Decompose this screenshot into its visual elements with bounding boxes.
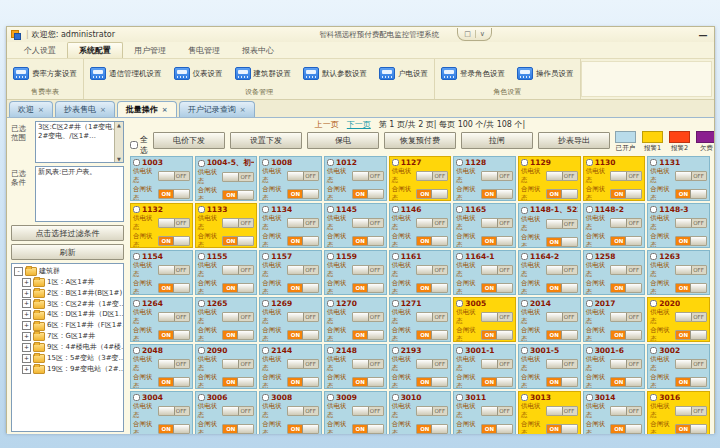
ribbon-button[interactable]: 户电设置 xyxy=(377,66,430,81)
meter-card[interactable]: 1269 冯国争 531.72元 供电状态 OFF 合闸状态 ON xyxy=(259,297,322,342)
card-checkbox[interactable] xyxy=(650,159,657,166)
supply-toggle[interactable]: OFF xyxy=(158,406,190,416)
meter-card[interactable]: 1145 李瑾先. 1542.00.. 供电状态 OFF 合闸状态 ON xyxy=(324,203,387,248)
tree-item[interactable]: + 7区：G区1#井 xyxy=(14,331,122,342)
card-checkbox[interactable] xyxy=(262,206,269,213)
card-checkbox[interactable] xyxy=(521,300,528,307)
supply-toggle[interactable]: OFF xyxy=(287,312,319,322)
expand-node-icon[interactable]: + xyxy=(22,343,31,352)
close-toggle[interactable]: ON xyxy=(610,189,642,199)
expand-node-icon[interactable]: + xyxy=(22,278,31,287)
expand-node-icon[interactable]: + xyxy=(22,310,31,319)
meter-card[interactable]: 2048 郑少霖 108.68元 供电状态 OFF 合闸状态 ON xyxy=(130,344,193,389)
supply-toggle[interactable]: OFF xyxy=(222,265,254,275)
supply-toggle[interactable]: OFF xyxy=(610,406,642,416)
card-checkbox[interactable] xyxy=(650,347,657,354)
supply-toggle[interactable]: OFF xyxy=(352,218,384,228)
meter-card[interactable]: 3016 谢娜 339.25元 供电状态 OFF 合闸状态 ON xyxy=(647,391,710,434)
toolbar-button[interactable]: 抄表导出 xyxy=(538,132,610,149)
close-tab-icon[interactable]: × xyxy=(240,106,246,114)
close-toggle[interactable]: ON xyxy=(546,237,578,247)
card-checkbox[interactable] xyxy=(521,347,528,354)
expand-node-icon[interactable]: + xyxy=(22,321,31,330)
close-toggle[interactable]: ON xyxy=(481,424,513,434)
close-toggle[interactable]: ON xyxy=(481,330,513,340)
card-checkbox[interactable] xyxy=(262,347,269,354)
next-page-link[interactable]: 下一页 xyxy=(347,119,371,130)
close-toggle[interactable]: ON xyxy=(158,283,190,293)
minimize-button[interactable]: — xyxy=(696,30,710,40)
meter-card[interactable]: 3006 王智鑫 125.83元 供电状态 OFF 合闸状态 ON xyxy=(195,391,258,434)
card-checkbox[interactable] xyxy=(327,206,334,213)
meter-card[interactable]: 1264 刘MA佳. 57.30元 供电状态 OFF 合闸状态 ON xyxy=(130,297,193,342)
supply-toggle[interactable]: OFF xyxy=(481,265,513,275)
collapse-ribbon-icon[interactable]: ∨ xyxy=(480,30,485,38)
close-toggle[interactable]: ON xyxy=(675,283,707,293)
supply-toggle[interactable]: OFF xyxy=(675,265,707,275)
card-checkbox[interactable] xyxy=(586,206,593,213)
supply-toggle[interactable]: OFF xyxy=(222,359,254,369)
meter-card[interactable]: 3004 许臻 2278.71.. 供电状态 OFF 合闸状态 ON xyxy=(130,391,193,434)
tree-item[interactable]: + 15区：5#变站（3#变… xyxy=(14,353,122,364)
meter-card[interactable]: 1148-2 汪泽.. 568.35元 供电状态 OFF 合闸状态 ON xyxy=(583,203,646,248)
supply-toggle[interactable]: OFF xyxy=(481,218,513,228)
expand-node-icon[interactable]: + xyxy=(22,332,31,341)
supply-toggle[interactable]: OFF xyxy=(546,219,578,229)
card-checkbox[interactable] xyxy=(133,159,140,166)
close-toggle[interactable]: ON xyxy=(222,424,254,434)
meter-card[interactable]: 2090 黄方欣 190.22元 供电状态 OFF 合闸状态 ON xyxy=(195,344,258,389)
supply-toggle[interactable]: OFF xyxy=(352,265,384,275)
meter-card[interactable]: 2148 日江仙 186.74元 供电状态 OFF 合闸状态 ON xyxy=(324,344,387,389)
close-tab-icon[interactable]: × xyxy=(38,106,44,114)
supply-toggle[interactable]: OFF xyxy=(222,218,254,228)
card-checkbox[interactable] xyxy=(456,253,463,260)
card-checkbox[interactable] xyxy=(392,159,399,166)
tree-item[interactable]: + 4区：D区1#井（D区1… xyxy=(14,309,122,320)
close-toggle[interactable]: ON xyxy=(416,330,448,340)
close-toggle[interactable]: ON xyxy=(675,330,707,340)
selected-condition-box[interactable]: 新风表:已开户表。 xyxy=(35,166,124,222)
card-checkbox[interactable] xyxy=(133,206,140,213)
meter-card[interactable]: 3009 高威杰 885.16元 供电状态 OFF 合闸状态 ON xyxy=(324,391,387,434)
close-toggle[interactable]: ON xyxy=(352,330,384,340)
supply-toggle[interactable]: OFF xyxy=(158,312,190,322)
meter-card[interactable]: 1132 石佳模.. 36.37元 供电状态 OFF 合闸状态 ON xyxy=(130,203,193,248)
supply-toggle[interactable]: OFF xyxy=(222,172,254,182)
menu-tab[interactable]: 个人设置 xyxy=(13,43,67,58)
meter-card[interactable]: 3001-5 王鹏程 690.48元 供电状态 OFF 合闸状态 ON xyxy=(518,344,581,389)
card-checkbox[interactable] xyxy=(198,206,205,213)
card-checkbox[interactable] xyxy=(586,394,593,401)
close-toggle[interactable]: ON xyxy=(352,236,384,246)
close-toggle[interactable]: ON xyxy=(158,424,190,434)
card-checkbox[interactable] xyxy=(521,159,528,166)
meter-card[interactable]: 1146 谢轶.. 875.12元 供电状态 OFF 合闸状态 ON xyxy=(389,203,452,248)
menu-tab[interactable]: 报表中心 xyxy=(231,43,285,58)
expand-node-icon[interactable]: + xyxy=(22,289,31,298)
card-checkbox[interactable] xyxy=(198,253,205,260)
meter-card[interactable]: 1159 大喜孝 907.35元 供电状态 OFF 合闸状态 ON xyxy=(324,250,387,295)
close-toggle[interactable]: ON xyxy=(287,189,319,199)
meter-card[interactable]: 1130 佟金毅 99.49元 供电状态 OFF 合闸状态 ON xyxy=(583,156,646,201)
supply-toggle[interactable]: OFF xyxy=(416,265,448,275)
supply-toggle[interactable]: OFF xyxy=(416,171,448,181)
close-toggle[interactable]: ON xyxy=(287,424,319,434)
card-checkbox[interactable] xyxy=(456,206,463,213)
supply-toggle[interactable]: OFF xyxy=(675,312,707,322)
close-tab-icon[interactable]: × xyxy=(100,106,106,114)
card-checkbox[interactable] xyxy=(133,253,140,260)
card-checkbox[interactable] xyxy=(392,206,399,213)
card-checkbox[interactable] xyxy=(327,394,334,401)
close-toggle[interactable]: ON xyxy=(546,189,578,199)
close-toggle[interactable]: ON xyxy=(610,330,642,340)
meter-card[interactable]: 1154 金日 209.45元 供电状态 OFF 合闸状态 ON xyxy=(130,250,193,295)
tree-item[interactable]: + 6区：F区1#井（F区1#… xyxy=(14,320,122,331)
supply-toggle[interactable]: OFF xyxy=(158,359,190,369)
document-tab[interactable]: 批量操作 × xyxy=(117,101,177,117)
close-toggle[interactable]: ON xyxy=(546,424,578,434)
close-toggle[interactable]: ON xyxy=(481,236,513,246)
card-checkbox[interactable] xyxy=(327,159,334,166)
card-checkbox[interactable] xyxy=(456,347,463,354)
ribbon-button[interactable]: 仪表设置 xyxy=(172,66,225,81)
filter-condition-button[interactable]: 点击选择过滤条件 xyxy=(11,225,124,241)
supply-toggle[interactable]: OFF xyxy=(416,218,448,228)
